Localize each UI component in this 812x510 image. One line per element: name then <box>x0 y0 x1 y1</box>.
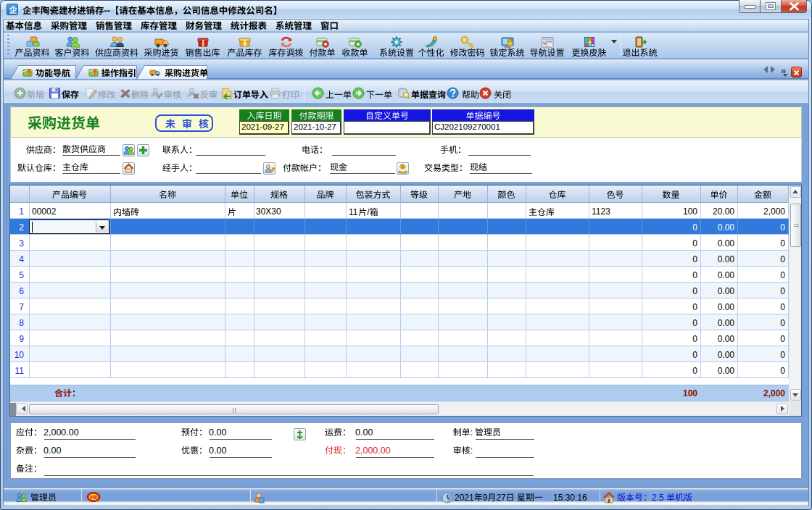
svg-text:$: $ <box>401 164 404 169</box>
svg-text:VIP: VIP <box>89 495 98 500</box>
